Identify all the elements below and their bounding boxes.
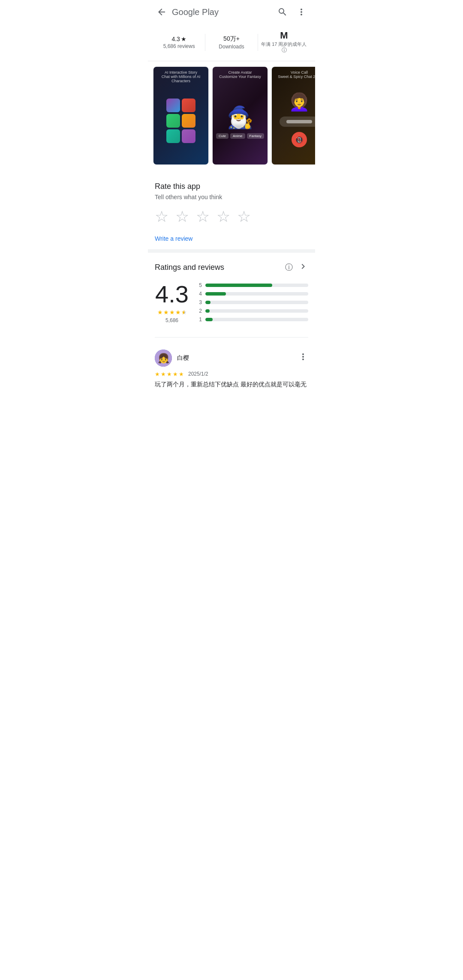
review-star-5: ★ xyxy=(179,371,184,377)
age-info-icon[interactable]: ⓘ xyxy=(282,47,287,53)
big-star-1: ★ xyxy=(157,309,163,316)
review-divider xyxy=(155,337,308,338)
section-divider xyxy=(148,249,315,253)
bar-fill-3 xyxy=(205,301,210,304)
screenshot-2-label: Create AvatarCustomize Your Fantasy xyxy=(216,70,264,79)
screenshot-1[interactable]: AI Interactive StoryChat with Millions o… xyxy=(153,66,209,165)
bar-track-3 xyxy=(205,301,308,304)
rating-stars-input: ☆ ☆ ☆ ☆ ☆ xyxy=(155,209,308,224)
bar-track-4 xyxy=(205,292,308,296)
age-text: 年满 17 周岁的成年人 ⓘ xyxy=(258,41,310,54)
back-button[interactable] xyxy=(153,3,170,21)
bar-label-3: 3 xyxy=(198,299,202,305)
review-date: 2025/1/2 xyxy=(188,371,208,377)
rating-bars: 5 4 3 2 xyxy=(198,282,308,323)
downloads-stat: 50万+ Downloads xyxy=(205,35,257,50)
bar-track-1 xyxy=(205,318,308,321)
screenshot-2[interactable]: Create AvatarCustomize Your Fantasy 🧙‍♂️… xyxy=(212,66,268,165)
star-2-button[interactable]: ☆ xyxy=(175,209,189,224)
bar-label-5: 5 xyxy=(198,282,202,288)
downloads-label: Downloads xyxy=(219,44,244,50)
svg-text:👧: 👧 xyxy=(158,353,170,364)
bar-row-3: 3 xyxy=(198,299,308,305)
ratings-reviews-section: Ratings and reviews ⓘ 4.3 ★ ★ ★ ★ ★ ★ 5,… xyxy=(148,253,315,332)
bar-label-2: 2 xyxy=(198,308,202,314)
reviewer-avatar: 👧 xyxy=(155,350,172,367)
ratings-info-icon[interactable]: ⓘ xyxy=(285,262,293,272)
big-star-2: ★ xyxy=(163,309,169,316)
age-rating-stat: M 年满 17 周岁的成年人 ⓘ xyxy=(258,31,310,54)
bar-row-5: 5 xyxy=(198,282,308,288)
review-star-2: ★ xyxy=(161,371,166,377)
star-5-button[interactable]: ☆ xyxy=(237,209,251,224)
rate-app-section: Rate this app Tell others what you think… xyxy=(148,170,315,249)
age-letter: M xyxy=(280,31,288,40)
header-title: Google Play xyxy=(172,7,274,17)
reviewer-more-button[interactable] xyxy=(298,352,308,364)
big-rating-display: 4.3 ★ ★ ★ ★ ★ ★ 5,686 xyxy=(155,282,189,323)
big-rating-number: 4.3 xyxy=(155,282,189,306)
review-star-4: ★ xyxy=(173,371,178,377)
screenshot-1-label: AI Interactive StoryChat with Millions o… xyxy=(157,70,205,83)
screenshot-3[interactable]: Voice CallSweet & Spicy Chat 24/7 👩‍🦱 📵 xyxy=(271,66,315,165)
reviews-label: 5,686 reviews xyxy=(163,43,195,49)
rate-title: Rate this app xyxy=(155,182,308,191)
bar-row-2: 2 xyxy=(198,308,308,314)
bar-fill-5 xyxy=(205,284,272,287)
ratings-content: 4.3 ★ ★ ★ ★ ★ ★ 5,686 5 4 xyxy=(155,282,308,323)
screenshots-carousel: AI Interactive StoryChat with Millions o… xyxy=(148,61,315,170)
big-rating-stars: ★ ★ ★ ★ ★ ★ xyxy=(157,309,187,316)
bar-fill-4 xyxy=(205,292,226,296)
more-options-button[interactable] xyxy=(293,3,310,21)
header: Google Play xyxy=(148,0,315,24)
downloads-value: 50万+ xyxy=(223,35,240,43)
star-1-button[interactable]: ☆ xyxy=(155,209,168,224)
ratings-title: Ratings and reviews xyxy=(155,263,282,272)
search-button[interactable] xyxy=(274,3,291,21)
reviewer-stars: ★ ★ ★ ★ ★ 2025/1/2 xyxy=(155,371,308,377)
header-actions xyxy=(274,3,310,21)
big-star-4: ★ xyxy=(175,309,181,316)
bar-row-1: 1 xyxy=(198,317,308,323)
screenshot-3-label: Voice CallSweet & Spicy Chat 24/7 xyxy=(275,70,315,79)
ratings-header: Ratings and reviews ⓘ xyxy=(155,261,308,274)
bar-track-5 xyxy=(205,284,308,287)
review-star-3: ★ xyxy=(167,371,172,377)
rating-star-icon: ★ xyxy=(181,36,186,42)
bar-track-2 xyxy=(205,309,308,313)
stats-bar: 4.3 ★ 5,686 reviews 50万+ Downloads M 年满 … xyxy=(148,24,315,61)
reviewer-header: 👧 白樱 xyxy=(155,350,308,367)
bar-label-1: 1 xyxy=(198,317,202,323)
bar-fill-1 xyxy=(205,318,213,321)
ratings-arrow-icon[interactable] xyxy=(298,261,308,274)
write-review-button[interactable]: Write a review xyxy=(155,235,192,242)
star-4-button[interactable]: ☆ xyxy=(216,209,230,224)
big-rating-count: 5,686 xyxy=(165,317,178,323)
bar-label-4: 4 xyxy=(198,291,202,297)
star-3-button[interactable]: ☆ xyxy=(196,209,210,224)
bar-row-4: 4 xyxy=(198,291,308,297)
big-star-5-half: ★ ★ xyxy=(181,309,187,316)
big-star-3: ★ xyxy=(169,309,175,316)
rate-subtitle: Tell others what you think xyxy=(155,194,308,200)
rating-value: 4.3 ★ xyxy=(171,36,186,42)
review-star-1: ★ xyxy=(155,371,160,377)
review-text: 玩了两个月，重新总结下优缺点 最好的优点就是可以毫无 xyxy=(155,380,308,389)
rating-stat: 4.3 ★ 5,686 reviews xyxy=(153,36,205,49)
reviewer-name: 白樱 xyxy=(177,354,298,362)
bar-fill-2 xyxy=(205,309,210,313)
review-item: 👧 白樱 ★ ★ ★ ★ ★ 2025/1/2 玩了两个月，重新总结下优缺点 最… xyxy=(148,343,315,396)
